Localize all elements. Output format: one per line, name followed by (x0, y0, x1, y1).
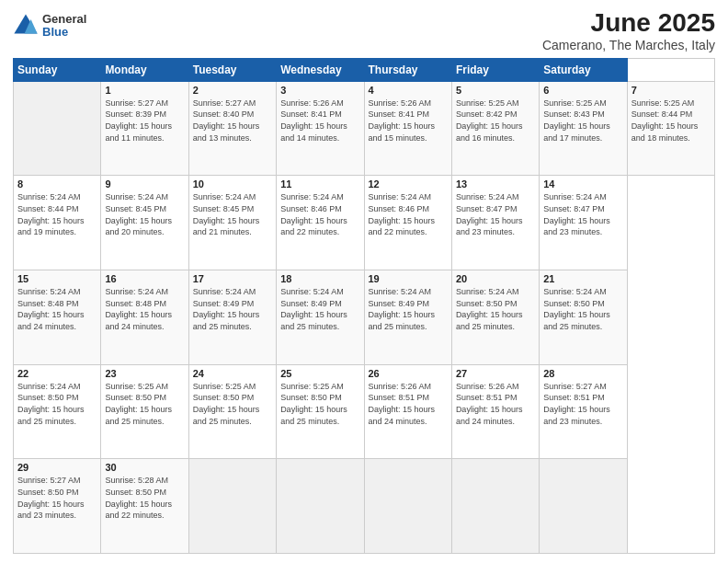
day-number: 2 (193, 85, 272, 96)
day-info: Sunrise: 5:24 AMSunset: 8:49 PMDaylight:… (369, 286, 448, 332)
col-sunday: Sunday (14, 58, 101, 81)
table-row: 1Sunrise: 5:27 AMSunset: 8:39 PMDaylight… (101, 81, 188, 176)
day-info: Sunrise: 5:26 AMSunset: 8:41 PMDaylight:… (280, 98, 359, 144)
day-number: 30 (105, 462, 184, 473)
day-info: Sunrise: 5:26 AMSunset: 8:51 PMDaylight:… (369, 381, 448, 427)
table-row: 2Sunrise: 5:27 AMSunset: 8:40 PMDaylight… (188, 81, 276, 176)
title-block: June 2025 Camerano, The Marches, Italy (542, 9, 715, 52)
day-info: Sunrise: 5:27 AMSunset: 8:51 PMDaylight:… (543, 381, 622, 427)
day-info: Sunrise: 5:24 AMSunset: 8:48 PMDaylight:… (105, 286, 184, 332)
table-row: 10Sunrise: 5:24 AMSunset: 8:45 PMDayligh… (188, 176, 276, 270)
table-row: 5Sunrise: 5:25 AMSunset: 8:42 PMDaylight… (451, 81, 539, 176)
col-friday: Friday (451, 58, 539, 81)
calendar-week-row: 15Sunrise: 5:24 AMSunset: 8:48 PMDayligh… (14, 270, 715, 365)
calendar-week-row: 1Sunrise: 5:27 AMSunset: 8:39 PMDaylight… (14, 81, 715, 176)
table-row (451, 459, 539, 554)
col-saturday: Saturday (540, 58, 627, 81)
day-info: Sunrise: 5:25 AMSunset: 8:44 PMDaylight:… (631, 98, 711, 144)
day-info: Sunrise: 5:24 AMSunset: 8:45 PMDaylight:… (105, 191, 184, 237)
table-row: 11Sunrise: 5:24 AMSunset: 8:46 PMDayligh… (277, 176, 364, 270)
day-number: 8 (17, 178, 97, 190)
logo-text: General Blue (42, 13, 86, 40)
day-info: Sunrise: 5:27 AMSunset: 8:40 PMDaylight:… (193, 98, 272, 144)
calendar-header-row: Sunday Monday Tuesday Wednesday Thursday… (14, 58, 715, 81)
calendar-week-row: 29Sunrise: 5:27 AMSunset: 8:50 PMDayligh… (14, 459, 715, 554)
table-row: 12Sunrise: 5:24 AMSunset: 8:46 PMDayligh… (364, 176, 451, 270)
calendar-title: June 2025 (542, 9, 715, 38)
calendar-subtitle: Camerano, The Marches, Italy (542, 38, 715, 52)
day-info: Sunrise: 5:26 AMSunset: 8:41 PMDaylight:… (369, 98, 448, 144)
table-row (277, 459, 364, 554)
day-number: 17 (193, 273, 272, 284)
day-info: Sunrise: 5:25 AMSunset: 8:50 PMDaylight:… (193, 381, 272, 427)
day-info: Sunrise: 5:27 AMSunset: 8:39 PMDaylight:… (105, 98, 184, 144)
table-row (540, 459, 627, 554)
header: General Blue June 2025 Camerano, The Mar… (13, 9, 715, 52)
day-number: 27 (456, 368, 535, 379)
day-info: Sunrise: 5:24 AMSunset: 8:49 PMDaylight:… (193, 286, 272, 332)
day-info: Sunrise: 5:24 AMSunset: 8:45 PMDaylight:… (193, 191, 272, 237)
day-info: Sunrise: 5:25 AMSunset: 8:50 PMDaylight:… (105, 381, 184, 427)
calendar-week-row: 22Sunrise: 5:24 AMSunset: 8:50 PMDayligh… (14, 364, 715, 459)
table-row: 26Sunrise: 5:26 AMSunset: 8:51 PMDayligh… (364, 364, 451, 459)
table-row: 29Sunrise: 5:27 AMSunset: 8:50 PMDayligh… (14, 459, 101, 554)
table-row (14, 81, 101, 176)
table-row: 25Sunrise: 5:25 AMSunset: 8:50 PMDayligh… (277, 364, 364, 459)
day-info: Sunrise: 5:24 AMSunset: 8:50 PMDaylight:… (17, 381, 97, 427)
day-number: 11 (280, 178, 359, 190)
day-number: 26 (369, 368, 448, 379)
table-row: 6Sunrise: 5:25 AMSunset: 8:43 PMDaylight… (540, 81, 627, 176)
day-number: 13 (456, 178, 535, 190)
day-number: 1 (105, 85, 184, 96)
day-number: 18 (280, 273, 359, 284)
table-row: 17Sunrise: 5:24 AMSunset: 8:49 PMDayligh… (188, 270, 276, 365)
day-number: 12 (369, 178, 448, 190)
logo: General Blue (13, 13, 86, 40)
day-number: 20 (456, 273, 535, 284)
day-number: 16 (105, 273, 184, 284)
table-row (364, 459, 451, 554)
table-row: 18Sunrise: 5:24 AMSunset: 8:49 PMDayligh… (277, 270, 364, 365)
table-row: 22Sunrise: 5:24 AMSunset: 8:50 PMDayligh… (14, 364, 101, 459)
day-info: Sunrise: 5:24 AMSunset: 8:50 PMDaylight:… (543, 286, 622, 332)
day-info: Sunrise: 5:24 AMSunset: 8:46 PMDaylight:… (369, 191, 448, 237)
day-number: 7 (631, 85, 711, 96)
day-number: 24 (193, 368, 272, 379)
day-info: Sunrise: 5:24 AMSunset: 8:44 PMDaylight:… (17, 191, 97, 237)
table-row: 27Sunrise: 5:26 AMSunset: 8:51 PMDayligh… (451, 364, 539, 459)
table-row (188, 459, 276, 554)
table-row: 19Sunrise: 5:24 AMSunset: 8:49 PMDayligh… (364, 270, 451, 365)
table-row: 15Sunrise: 5:24 AMSunset: 8:48 PMDayligh… (14, 270, 101, 365)
day-info: Sunrise: 5:25 AMSunset: 8:50 PMDaylight:… (280, 381, 359, 427)
table-row: 9Sunrise: 5:24 AMSunset: 8:45 PMDaylight… (101, 176, 188, 270)
table-row: 14Sunrise: 5:24 AMSunset: 8:47 PMDayligh… (540, 176, 627, 270)
logo-blue: Blue (42, 26, 86, 39)
day-info: Sunrise: 5:24 AMSunset: 8:47 PMDaylight:… (456, 191, 535, 237)
day-info: Sunrise: 5:24 AMSunset: 8:48 PMDaylight:… (17, 286, 97, 332)
day-number: 4 (369, 85, 448, 96)
table-row: 13Sunrise: 5:24 AMSunset: 8:47 PMDayligh… (451, 176, 539, 270)
day-number: 23 (105, 368, 184, 379)
table-row: 20Sunrise: 5:24 AMSunset: 8:50 PMDayligh… (451, 270, 539, 365)
col-tuesday: Tuesday (188, 58, 276, 81)
calendar-table: Sunday Monday Tuesday Wednesday Thursday… (13, 58, 715, 554)
day-number: 29 (17, 462, 97, 473)
table-row: 8Sunrise: 5:24 AMSunset: 8:44 PMDaylight… (14, 176, 101, 270)
day-number: 10 (193, 178, 272, 190)
day-number: 14 (543, 178, 622, 190)
day-info: Sunrise: 5:25 AMSunset: 8:42 PMDaylight:… (456, 98, 535, 144)
col-monday: Monday (101, 58, 188, 81)
logo-icon (13, 13, 39, 39)
day-number: 25 (280, 368, 359, 379)
day-info: Sunrise: 5:27 AMSunset: 8:50 PMDaylight:… (17, 475, 97, 521)
col-thursday: Thursday (364, 58, 451, 81)
table-row: 3Sunrise: 5:26 AMSunset: 8:41 PMDaylight… (277, 81, 364, 176)
day-info: Sunrise: 5:28 AMSunset: 8:50 PMDaylight:… (105, 475, 184, 521)
day-number: 3 (280, 85, 359, 96)
table-row: 28Sunrise: 5:27 AMSunset: 8:51 PMDayligh… (540, 364, 627, 459)
day-number: 15 (17, 273, 97, 284)
table-row: 21Sunrise: 5:24 AMSunset: 8:50 PMDayligh… (540, 270, 627, 365)
table-row: 4Sunrise: 5:26 AMSunset: 8:41 PMDaylight… (364, 81, 451, 176)
calendar-week-row: 8Sunrise: 5:24 AMSunset: 8:44 PMDaylight… (14, 176, 715, 270)
day-number: 9 (105, 178, 184, 190)
